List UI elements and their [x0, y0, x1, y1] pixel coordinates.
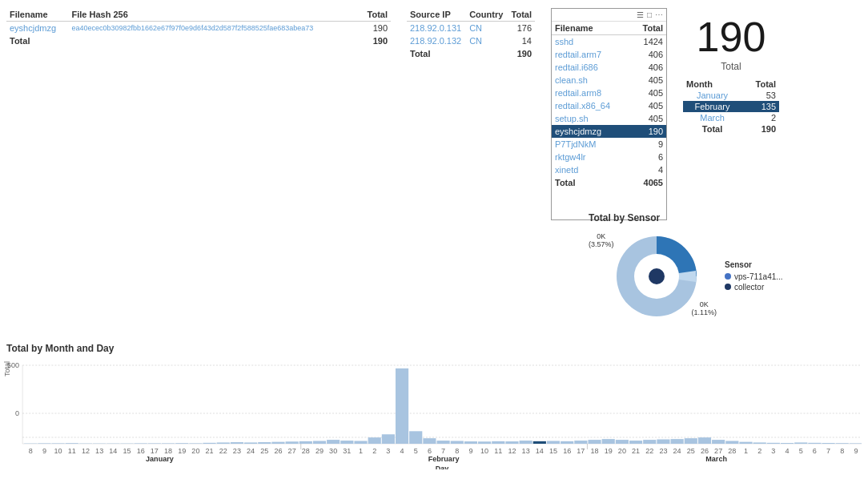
mid-row-ip: 218.92.0.132 [407, 34, 466, 47]
day-label: 13 [522, 447, 530, 455]
day-label: 24 [247, 447, 255, 455]
big-number: 190 [683, 16, 779, 58]
day-label: 13 [95, 447, 103, 455]
mt-row-total: 53 [741, 90, 779, 101]
mt-row-total: 135 [741, 101, 779, 112]
day-label: 21 [632, 447, 640, 455]
col-filehash: File Hash 256 [68, 8, 359, 22]
bar [162, 443, 175, 444]
bar [561, 441, 573, 444]
bar [38, 443, 50, 444]
left-row-fn: Total [6, 34, 68, 47]
bar [327, 440, 340, 444]
bar [313, 441, 326, 444]
day-label: 20 [191, 447, 199, 455]
bar [602, 439, 615, 444]
bar [478, 441, 491, 444]
bar [437, 441, 450, 444]
day-label: 12 [82, 447, 90, 455]
pie-container: 0K(3.57%) 0K(1.11%) [589, 228, 861, 324]
right-panel: ☰ □ ⋯ Filename Total sshd1424redtail.arm… [551, 8, 862, 224]
bar [451, 441, 464, 444]
bar [203, 443, 215, 444]
fp-row-name: redtail.x86_64 [552, 99, 632, 112]
day-label: 18 [591, 447, 599, 455]
filter-icon[interactable]: ☰ [637, 10, 644, 19]
pie-label-left: 0K(3.57%) [589, 232, 614, 248]
bars-group [24, 368, 862, 444]
panel-toolbar: ☰ □ ⋯ [552, 9, 666, 22]
day-label: 7 [441, 447, 445, 455]
fp-row-name: Total [552, 176, 632, 189]
day-label: 2 [757, 447, 762, 455]
day-label: 16 [563, 447, 571, 455]
day-label: 26 [274, 447, 282, 455]
day-label: 7 [826, 447, 830, 455]
mt-row-month: January [683, 90, 741, 101]
bar [423, 438, 436, 444]
bar [533, 441, 546, 444]
expand-icon[interactable]: □ [647, 10, 652, 19]
legend-dot [725, 284, 731, 290]
bar [671, 439, 684, 444]
left-row-total: 190 [360, 22, 391, 35]
bar [520, 441, 532, 444]
fp-row-total: 4 [632, 163, 666, 176]
fp-row-name: setup.sh [552, 112, 632, 125]
day-label: 18 [164, 447, 172, 455]
day-label: 20 [618, 447, 626, 455]
day-label: 9 [854, 447, 858, 455]
day-label: 12 [508, 447, 516, 455]
left-row-fn: eyshcjdmzg [6, 22, 68, 35]
mt-row-month: March [683, 112, 741, 123]
bar [616, 440, 629, 444]
bar [492, 441, 504, 444]
day-label: 29 [315, 447, 323, 455]
bar [712, 440, 725, 444]
col-fn: Filename [552, 22, 632, 35]
day-label: 3 [771, 447, 775, 455]
day-label: 27 [288, 447, 296, 455]
day-label: 23 [659, 447, 667, 455]
legend-label: vps-711a41... [734, 272, 783, 281]
bar [836, 443, 849, 444]
day-label: 2 [372, 447, 376, 455]
day-label: 10 [54, 447, 62, 455]
day-label: 15 [549, 447, 557, 455]
day-label: 11 [494, 447, 502, 455]
chart-title: Total by Month and Day [6, 343, 862, 354]
mt-row-total: 190 [741, 123, 779, 135]
col-month-total: Total [741, 78, 779, 90]
menu-icon[interactable]: ⋯ [655, 10, 663, 19]
left-row-hash [68, 34, 359, 47]
bar [66, 443, 78, 444]
mid-row-total: 14 [508, 34, 535, 47]
sensor-title: Total by Sensor [589, 212, 861, 223]
day-label: 6 [428, 447, 432, 455]
bar [698, 437, 711, 444]
fp-row-total: 190 [632, 125, 666, 138]
day-label: 1 [744, 447, 748, 455]
big-number-panel: 190 Total Month Total January53February1… [683, 8, 779, 224]
middle-table-container: Source IP Country Total 218.92.0.131CN17… [407, 8, 535, 224]
fp-row-total: 406 [632, 61, 666, 74]
day-label: 28 [302, 447, 310, 455]
fp-row-name: clean.sh [552, 74, 632, 87]
legend-dot [725, 273, 731, 280]
fp-row-total: 405 [632, 87, 666, 99]
bar [231, 442, 243, 444]
day-label: 19 [178, 447, 186, 455]
mid-row-country [466, 47, 507, 60]
left-table-container: Filename File Hash 256 Total eyshcjdmzge… [6, 8, 391, 224]
col-month: Month [683, 78, 741, 90]
bar [574, 441, 587, 444]
mid-row-ip: Total [407, 47, 466, 60]
fp-row-name: redtail.i686 [552, 61, 632, 74]
sensor-legend-title: Sensor [725, 260, 783, 269]
bar [822, 443, 834, 444]
bar [244, 442, 257, 444]
day-label: 17 [151, 447, 159, 455]
day-label: 24 [673, 447, 681, 455]
day-label: 28 [728, 447, 736, 455]
day-label: 8 [455, 447, 459, 455]
